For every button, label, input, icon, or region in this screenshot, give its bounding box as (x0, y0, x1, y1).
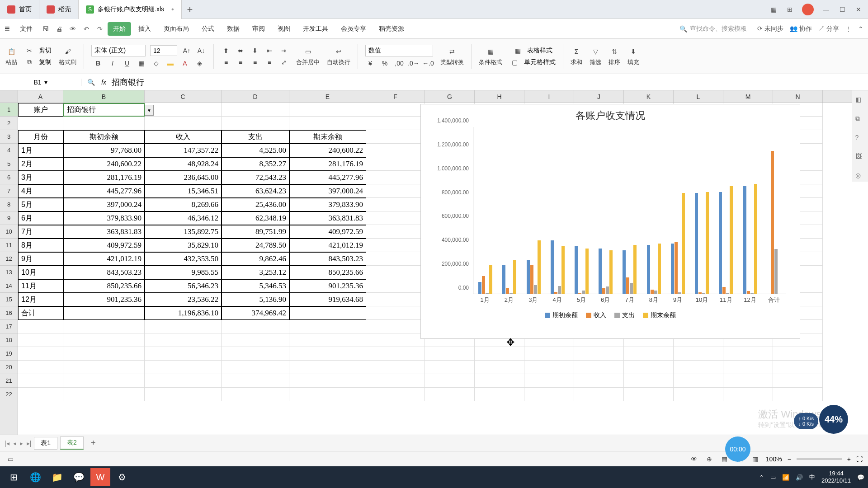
cell[interactable] (366, 157, 425, 171)
cell[interactable] (366, 117, 425, 130)
cell[interactable] (425, 347, 475, 361)
align-bot-icon[interactable]: ⬇ (250, 46, 260, 56)
cell[interactable] (574, 361, 624, 374)
menu-start[interactable]: 开始 (108, 22, 131, 36)
font-color-icon[interactable]: A (180, 58, 190, 68)
cell[interactable] (524, 388, 574, 401)
menu-formula[interactable]: 公式 (196, 22, 220, 36)
cell[interactable]: 1,196,836.10 (145, 306, 222, 320)
cell[interactable] (723, 388, 773, 401)
cell[interactable]: 5月 (18, 198, 63, 211)
row-header[interactable]: 11 (0, 239, 18, 252)
zoom-out-icon[interactable]: − (788, 455, 791, 463)
cell[interactable]: 8,269.66 (145, 198, 222, 211)
cell[interactable]: 12月 (18, 293, 63, 306)
cell[interactable] (366, 347, 425, 361)
percent-icon[interactable]: % (380, 58, 390, 68)
cell[interactable] (63, 320, 145, 333)
cell[interactable] (289, 306, 366, 320)
hamburger-icon[interactable]: ≡ (5, 23, 10, 34)
panel-icon-1[interactable]: ◧ (855, 96, 865, 106)
avatar[interactable] (802, 4, 814, 15)
col-header[interactable]: C (145, 90, 222, 103)
chrome-icon[interactable]: 🌐 (25, 468, 45, 486)
status-icon[interactable]: ▭ (5, 454, 15, 464)
row-header[interactable]: 9 (0, 211, 18, 225)
cell[interactable] (18, 361, 63, 374)
cell[interactable] (366, 361, 425, 374)
cell[interactable] (222, 117, 289, 130)
cell[interactable]: 1月 (18, 144, 63, 157)
align-right-icon[interactable]: ≡ (250, 57, 260, 67)
cell[interactable]: 56,346.23 (145, 279, 222, 293)
align-left-icon[interactable]: ≡ (221, 57, 231, 67)
row-header[interactable]: 2 (0, 117, 18, 130)
cell[interactable]: 363,831.83 (63, 225, 145, 239)
cell[interactable] (723, 374, 773, 388)
cell[interactable] (289, 347, 366, 361)
col-header[interactable]: I (524, 90, 574, 103)
undo-icon[interactable]: ↶ (80, 23, 92, 35)
save-icon[interactable]: 🖫 (40, 23, 52, 35)
zoom-level[interactable]: 100% (766, 455, 782, 463)
cell[interactable]: 46,346.12 (145, 211, 222, 225)
paste-icon[interactable]: 📋 (6, 47, 16, 56)
row-header[interactable]: 16 (0, 306, 18, 320)
cell[interactable]: 843,503.23 (289, 252, 366, 266)
cell[interactable] (145, 388, 222, 401)
col-header[interactable]: N (773, 90, 823, 103)
cell[interactable] (366, 320, 425, 333)
cell-fill-icon[interactable]: ◇ (151, 58, 161, 68)
cell[interactable] (366, 211, 425, 225)
cell[interactable] (574, 347, 624, 361)
cell[interactable]: 24,789.50 (222, 239, 289, 252)
cell[interactable] (524, 361, 574, 374)
cell[interactable] (145, 361, 222, 374)
justify-icon[interactable]: ≡ (264, 57, 274, 67)
cell[interactable] (366, 306, 425, 320)
cell[interactable]: 445,277.96 (63, 184, 145, 198)
sync-status[interactable]: ⟳ 未同步 (757, 25, 783, 33)
cell[interactable]: 147,357.22 (145, 144, 222, 157)
wechat-icon[interactable]: 💬 (69, 468, 89, 486)
cell[interactable] (289, 333, 366, 347)
cell[interactable] (674, 361, 723, 374)
col-header[interactable]: E (289, 90, 366, 103)
menu-data[interactable]: 数据 (222, 22, 245, 36)
cell[interactable]: 8,352.27 (222, 157, 289, 171)
cell[interactable] (18, 333, 63, 347)
grid-icon[interactable]: ▦ (769, 5, 778, 14)
cell[interactable]: 9月 (18, 252, 63, 266)
panel-icon-2[interactable]: ⧉ (855, 115, 865, 125)
menu-layout[interactable]: 页面布局 (158, 22, 194, 36)
preview-icon[interactable]: 👁 (67, 23, 79, 35)
cell[interactable] (574, 374, 624, 388)
wrap-icon[interactable]: ↩ (334, 47, 344, 56)
sheet-tab-1[interactable]: 表1 (34, 437, 57, 450)
dec-dec-icon[interactable]: ←.0 (423, 58, 433, 68)
cell[interactable]: 445,277.96 (289, 171, 366, 184)
cell[interactable] (773, 388, 823, 401)
name-box[interactable]: B1 ▾ (0, 79, 81, 86)
row-header[interactable]: 10 (0, 225, 18, 239)
cell[interactable] (222, 347, 289, 361)
cell[interactable]: 月份 (18, 130, 63, 144)
cellstyle-icon[interactable]: ▢ (509, 57, 519, 67)
cell[interactable]: 账户 (18, 103, 63, 117)
row-header[interactable]: 19 (0, 347, 18, 361)
indent-inc-icon[interactable]: ⇥ (279, 46, 289, 56)
print-icon[interactable]: 🖨 (53, 23, 65, 35)
cell[interactable] (222, 320, 289, 333)
align-center-icon[interactable]: ≡ (236, 57, 245, 67)
menu-vip[interactable]: 会员专享 (335, 22, 372, 36)
cell[interactable] (366, 252, 425, 266)
col-header[interactable]: A (18, 90, 63, 103)
format-painter-icon[interactable]: 🖌 (63, 47, 73, 56)
cell[interactable] (773, 374, 823, 388)
cell[interactable]: 397,000.24 (289, 184, 366, 198)
cell[interactable] (475, 374, 524, 388)
cell[interactable] (366, 333, 425, 347)
decrease-font-icon[interactable]: A↓ (196, 46, 206, 56)
first-sheet-icon[interactable]: |◂ (5, 440, 9, 447)
cell[interactable]: 7月 (18, 225, 63, 239)
